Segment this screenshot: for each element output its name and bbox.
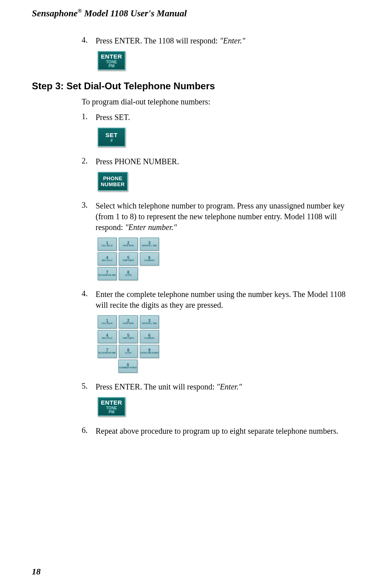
keypad-6b: 6CALIBRATE xyxy=(140,330,159,343)
keypad-8: 8CLOCK xyxy=(119,267,138,280)
top-step-list: 4. Press ENTER. The 1108 will respond: "… xyxy=(82,35,348,46)
intro-text: To program dial-out telephone numbers: xyxy=(82,97,348,106)
step-list: 1. Press SET. xyxy=(82,112,348,123)
phone-number-key: PHONE NUMBER xyxy=(98,172,128,191)
page-number: 18 xyxy=(32,566,41,577)
keypad-1-8: 1CALL DELAY 2VOICE REPS 3INTERCALL TIME … xyxy=(98,238,348,280)
set-key-row: SET # xyxy=(98,128,348,147)
step-item-4-top: 4. Press ENTER. The 1108 will respond: "… xyxy=(82,35,348,46)
step-item-1: 1. Press SET. xyxy=(82,112,348,123)
step-num: 4. xyxy=(82,35,96,46)
step-item-6: 6. Repeat above procedure to program up … xyxy=(82,426,348,437)
keypad-8b: 8CLOCK xyxy=(119,345,138,358)
keypad-6: 6CALIBRATE xyxy=(140,252,159,265)
keypad-4: 4MAX CALLS xyxy=(98,252,117,265)
keypad-5: 5TEMP LIMITS xyxy=(119,252,138,265)
keypad-1b: 1CALL DELAY xyxy=(98,315,117,328)
keypad-1: 1CALL DELAY xyxy=(98,238,117,251)
enter-key-row-bottom: ENTER TONE PM xyxy=(98,397,348,416)
page-header: Sensaphone® Model 1108 User's Manual xyxy=(32,8,348,19)
step-item-3: 3. Select which telephone number to prog… xyxy=(82,201,348,233)
keypad-9b: 9LISTEN TIME SOUND xyxy=(140,345,159,358)
keypad-4b: 4MAX CALLS xyxy=(98,330,117,343)
keypad-7: 7RECOGNITION TIME xyxy=(98,267,117,280)
step-text: Press ENTER. The 1108 will respond: "Ent… xyxy=(96,35,348,46)
registered-mark: ® xyxy=(78,8,82,14)
keypad-0-9: 1CALL DELAY 2VOICE REPS 3INTERCALL TIME … xyxy=(98,315,348,373)
phone-key-row: PHONE NUMBER xyxy=(98,172,348,191)
model-title: Model 1108 User's Manual xyxy=(84,8,187,18)
keypad-5b: 5TEMP LIMITS xyxy=(119,330,138,343)
keypad-7b: 7RECOGNITION TIME xyxy=(98,345,117,358)
keypad-3: 3INTERCALL TIME xyxy=(140,238,159,251)
set-key: SET # xyxy=(98,128,125,147)
enter-key-row-top: ENTER TONE PM xyxy=(98,51,348,70)
step-item-2: 2. Press PHONE NUMBER. xyxy=(82,156,348,167)
enter-key: ENTER TONE PM xyxy=(98,51,125,70)
section-heading: Step 3: Set Dial-Out Telephone Numbers xyxy=(32,81,348,92)
step-item-5: 5. Press ENTER. The unit will respond: "… xyxy=(82,382,348,392)
keypad-2b: 2VOICE REPS xyxy=(119,315,138,328)
product-name: Sensaphone xyxy=(32,8,78,18)
keypad-0b: 0ID NUMBER POWER xyxy=(118,360,137,373)
keypad-3b: 3INTERCALL TIME xyxy=(140,315,159,328)
keypad-2: 2VOICE REPS xyxy=(119,238,138,251)
step-item-4: 4. Enter the complete telephone number u… xyxy=(82,289,348,311)
enter-key-2: ENTER TONE PM xyxy=(98,397,125,416)
